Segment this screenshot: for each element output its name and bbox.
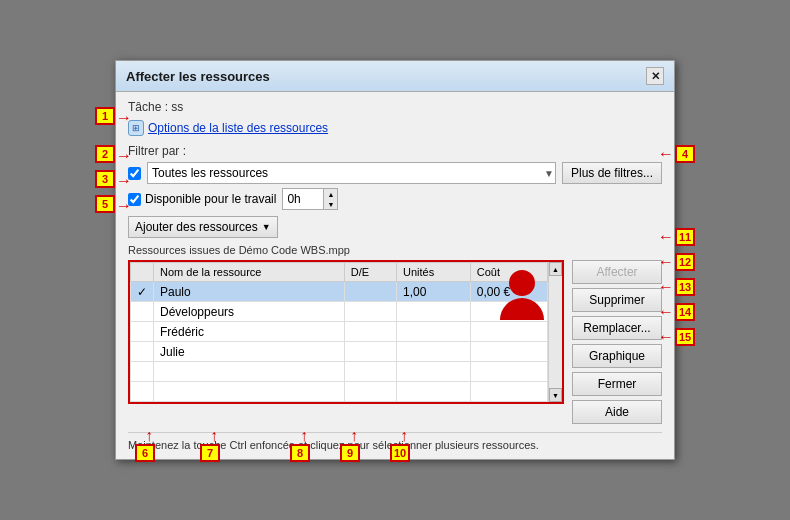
table-header-row: Nom de la ressource D/E Unités Coût — [131, 263, 548, 282]
annotation-9: 9 — [340, 444, 360, 462]
row-de-dev — [344, 302, 396, 322]
dialog-body: Tâche : ss ⊞ Options de la liste des res… — [116, 92, 674, 459]
title-bar: Affecter les ressources ✕ — [116, 61, 674, 92]
close-icon[interactable]: ✕ — [646, 67, 664, 85]
filter-dropdown-wrapper: Toutes les ressources Ressources de l'éq… — [147, 162, 556, 184]
dialog: Affecter les ressources ✕ Tâche : ss ⊞ O… — [115, 60, 675, 460]
spin-down-button[interactable]: ▼ — [323, 199, 337, 209]
side-buttons: Affecter Supprimer Remplacer... Graphiqu… — [572, 260, 662, 424]
arrow-14-right: ← — [658, 303, 674, 321]
col-check — [131, 263, 154, 282]
table-outer: Nom de la ressource D/E Unités Coût ✓ Pa… — [128, 260, 564, 404]
add-resources-arrow-icon: ▼ — [262, 222, 271, 232]
arrow-9-up: ↑ — [350, 427, 358, 445]
row-name-julie: Julie — [154, 342, 345, 362]
resource-table: Nom de la ressource D/E Unités Coût ✓ Pa… — [130, 262, 548, 402]
row-check-dev — [131, 302, 154, 322]
filter-row: Toutes les ressources Ressources de l'éq… — [128, 162, 662, 184]
arrow-12-right: ← — [658, 253, 674, 271]
options-link[interactable]: Options de la liste des ressources — [148, 121, 328, 135]
add-resources-label: Ajouter des ressources — [135, 220, 258, 234]
close-button[interactable]: Fermer — [572, 372, 662, 396]
row-units-paulo: 1,00 — [397, 282, 471, 302]
row-de-paulo — [344, 282, 396, 302]
scroll-down-button[interactable]: ▼ — [549, 388, 562, 402]
main-content: Nom de la ressource D/E Unités Coût ✓ Pa… — [128, 260, 662, 424]
spin-up-button[interactable]: ▲ — [323, 189, 337, 199]
table-row-empty2 — [131, 382, 548, 402]
replace-button[interactable]: Remplacer... — [572, 316, 662, 340]
available-value-input[interactable] — [283, 189, 323, 209]
affect-button[interactable]: Affecter — [572, 260, 662, 284]
spin-buttons: ▲ ▼ — [323, 189, 337, 209]
help-button[interactable]: Aide — [572, 400, 662, 424]
row-name-dev: Développeurs — [154, 302, 345, 322]
task-row: Tâche : ss — [128, 100, 662, 114]
arrow-7-up: ↑ — [210, 427, 218, 445]
dialog-title: Affecter les ressources — [126, 69, 270, 84]
annotation-2: 2 — [95, 145, 115, 163]
filter-dropdown[interactable]: Toutes les ressources Ressources de l'éq… — [147, 162, 556, 184]
row-cost-fred — [470, 322, 547, 342]
row-units-julie — [397, 342, 471, 362]
annotation-6: 6 — [135, 444, 155, 462]
row-de-fred — [344, 322, 396, 342]
table-row-empty1 — [131, 362, 548, 382]
arrow-4-right: ← — [658, 145, 674, 163]
filter-section: Filtrer par : Toutes les ressources Ress… — [128, 144, 662, 238]
scroll-up-button[interactable]: ▲ — [549, 262, 562, 276]
available-row: Disponible pour le travail ▲ ▼ — [128, 188, 662, 210]
remove-button[interactable]: Supprimer — [572, 288, 662, 312]
available-label: Disponible pour le travail — [145, 192, 276, 206]
arrow-5: → — [116, 197, 132, 215]
annotation-1: 1 — [95, 107, 115, 125]
table-scrollbar: ▲ ▼ — [548, 262, 562, 402]
row-name-paulo: Paulo — [154, 282, 345, 302]
annotation-15: 15 — [675, 328, 695, 346]
annotation-13: 13 — [675, 278, 695, 296]
annotation-3: 3 — [95, 170, 115, 188]
table-body: ✓ Paulo 1,00 0,00 € Développeurs — [131, 282, 548, 402]
arrow-6-up: ↑ — [145, 427, 153, 445]
table-row[interactable]: Julie — [131, 342, 548, 362]
arrow-2: → — [116, 147, 132, 165]
table-row[interactable]: ✓ Paulo 1,00 0,00 € — [131, 282, 548, 302]
annotation-8: 8 — [290, 444, 310, 462]
row-de-julie — [344, 342, 396, 362]
scroll-track — [549, 276, 562, 388]
arrow-13-right: ← — [658, 278, 674, 296]
row-check-paulo: ✓ — [131, 282, 154, 302]
arrow-3: → — [116, 172, 132, 190]
table-row[interactable]: Développeurs — [131, 302, 548, 322]
row-check-fred — [131, 322, 154, 342]
arrow-10-up: ↑ — [400, 427, 408, 445]
col-name-header: Nom de la ressource — [154, 263, 345, 282]
arrow-15-right: ← — [658, 328, 674, 346]
arrow-1: → — [116, 109, 132, 127]
col-units-header: Unités — [397, 263, 471, 282]
filter-by-label: Filtrer par : — [128, 144, 662, 158]
arrow-8-up: ↑ — [300, 427, 308, 445]
annotation-11: 11 — [675, 228, 695, 246]
outer-wrapper: { "dialog": { "title": "Affecter les res… — [0, 0, 790, 520]
annotation-14: 14 — [675, 303, 695, 321]
table-title: Ressources issues de Démo Code WBS.mpp — [128, 244, 662, 256]
add-resources-button[interactable]: Ajouter des ressources ▼ — [128, 216, 278, 238]
annotation-12: 12 — [675, 253, 695, 271]
add-resources-row: Ajouter des ressources ▼ — [128, 216, 662, 238]
available-spin-input: ▲ ▼ — [282, 188, 338, 210]
arrow-11-right: ← — [658, 228, 674, 246]
row-name-fred: Frédéric — [154, 322, 345, 342]
row-units-dev — [397, 302, 471, 322]
table-row[interactable]: Frédéric — [131, 322, 548, 342]
row-cost-dev — [470, 302, 547, 322]
row-units-fred — [397, 322, 471, 342]
table-container: Nom de la ressource D/E Unités Coût ✓ Pa… — [128, 260, 564, 424]
col-de-header: D/E — [344, 263, 396, 282]
annotation-7: 7 — [200, 444, 220, 462]
more-filters-button[interactable]: Plus de filtres... — [562, 162, 662, 184]
available-checkbox-item: Disponible pour le travail — [128, 192, 276, 206]
annotation-5: 5 — [95, 195, 115, 213]
annotation-10: 10 — [390, 444, 410, 462]
graph-button[interactable]: Graphique — [572, 344, 662, 368]
